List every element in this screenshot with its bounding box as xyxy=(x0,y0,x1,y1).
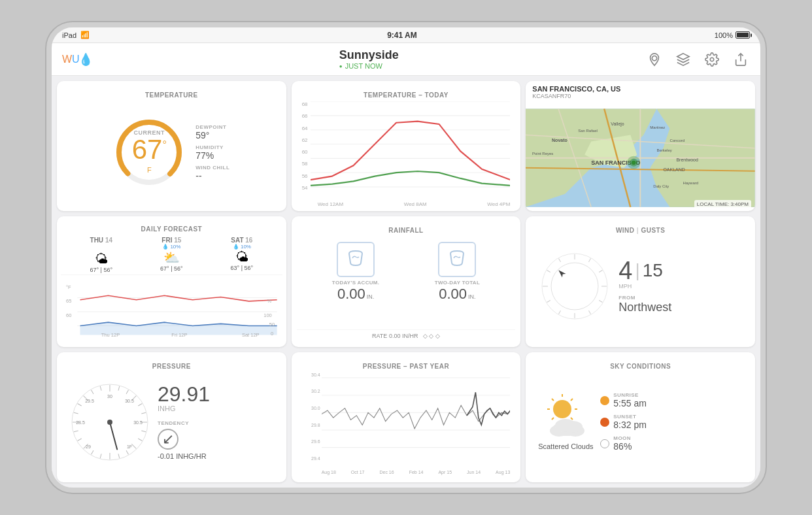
svg-line-72 xyxy=(141,412,146,414)
wind-gust: 15 xyxy=(643,261,663,280)
svg-line-86 xyxy=(74,412,78,414)
svg-text:100: 100 xyxy=(263,312,272,318)
svg-text:65: 65 xyxy=(66,298,71,304)
moon-row: MOON 86% xyxy=(600,435,647,452)
humidity-item: HUMIDITY 77% xyxy=(195,144,229,161)
svg-text:Novato: Novato xyxy=(552,138,567,142)
pressure-card: PRESSURE xyxy=(57,352,286,482)
chart-x-2: Wed 8AM xyxy=(404,201,427,207)
location-icon[interactable] xyxy=(645,50,664,69)
svg-point-118 xyxy=(564,421,583,433)
svg-line-68 xyxy=(118,386,120,391)
device-model: iPad xyxy=(62,31,76,39)
svg-line-59 xyxy=(559,311,561,314)
svg-line-69 xyxy=(126,390,129,393)
battery-icon xyxy=(736,31,750,39)
map-location: SAN FRANCISCO, CA, US xyxy=(532,85,749,93)
temperature-title: TEMPERATURE xyxy=(62,86,281,101)
svg-text:Thu 12P: Thu 12P xyxy=(101,332,120,338)
svg-point-51 xyxy=(542,254,607,319)
svg-text:30.5: 30.5 xyxy=(133,420,143,425)
chart-x-1: Wed 12AM xyxy=(318,201,343,207)
pchart-x-4: Feb 14 xyxy=(409,470,424,474)
wind-speed: 4 xyxy=(618,258,632,283)
svg-text:Fri 12P: Fri 12P xyxy=(171,332,187,338)
rainfall-today: TODAY'S ACCUM. 0.00 IN. xyxy=(332,242,379,303)
svg-line-112 xyxy=(552,418,554,420)
svg-point-0 xyxy=(652,56,656,60)
svg-line-110 xyxy=(552,399,554,401)
svg-line-81 xyxy=(92,450,94,454)
pressure-value: 29.91 xyxy=(158,384,210,405)
fri-icon: ⛅ xyxy=(160,250,183,265)
wind-values: 4 | 15 MPH FROM Northwest xyxy=(618,258,671,314)
settings-icon[interactable] xyxy=(703,50,721,69)
svg-line-57 xyxy=(589,311,591,314)
sky-title: SKY CONDITIONS xyxy=(531,357,750,373)
pchart-x-3: Dec 16 xyxy=(379,470,394,474)
tendency-icon: ↙ xyxy=(158,429,178,450)
status-bar: iPad 📶 9:41 AM 100% xyxy=(52,27,760,43)
pressure-chart-svg xyxy=(322,373,511,470)
map-card[interactable]: SAN FRANCISCO, CA, US KCASANFR70 xyxy=(526,81,755,211)
temperature-card: TEMPERATURE CURRENT 67 ° F xyxy=(57,81,286,211)
svg-text:Concord: Concord xyxy=(670,139,685,142)
svg-line-74 xyxy=(141,431,146,432)
thu-icon: 🌤 xyxy=(90,252,112,267)
wind-card: WIND | GUSTS xyxy=(526,216,755,346)
share-icon[interactable] xyxy=(732,50,750,69)
app-content: TEMPERATURE CURRENT 67 ° F xyxy=(52,76,760,488)
rainfall-twoday: TWO-DAY TOTAL 0.00 IN. xyxy=(435,242,480,303)
svg-line-87 xyxy=(78,403,82,406)
svg-line-62 xyxy=(547,271,550,273)
status-right: 100% xyxy=(715,31,750,39)
header-location: Sunnyside xyxy=(339,48,399,62)
svg-text:0: 0 xyxy=(271,331,273,337)
svg-text:°F: °F xyxy=(66,284,71,290)
wind-direction: Northwest xyxy=(618,301,671,314)
rainfall-card: RAINFALL TODAY'S ACCUM. 0.00 IN. xyxy=(292,216,521,346)
header-status: JUST NOW xyxy=(339,62,399,70)
svg-line-80 xyxy=(100,454,101,458)
svg-text:Daly City: Daly City xyxy=(654,184,669,188)
wu-w-letter: W xyxy=(62,54,72,65)
wind-chill-item: WIND CHILL -- xyxy=(195,165,229,181)
svg-line-78 xyxy=(118,454,120,458)
rain-bucket-icon-2 xyxy=(447,248,467,268)
forecast-sat: SAT 16 💧 10% 🌤 63° | 56° xyxy=(231,237,254,273)
svg-text:30.5: 30.5 xyxy=(125,399,134,403)
rainfall-rate: RATE 0.00 IN/HR ◇ ◇ ◇ xyxy=(297,329,516,342)
svg-line-76 xyxy=(131,444,136,448)
pchart-x-1: Aug 18 xyxy=(322,470,336,474)
scattered-clouds-icon xyxy=(539,393,592,439)
map-svg: Novato San Rafael Point Reyes Vallejo Ma… xyxy=(526,105,755,211)
pressure-gauge: 30 30.5 1F 29 28.5 29.5 30.5 xyxy=(67,380,152,465)
sunrise-label: SUNRISE xyxy=(613,392,647,398)
temp-chart-title: TEMPERATURE – TODAY xyxy=(297,86,516,101)
svg-text:30: 30 xyxy=(107,394,112,399)
dewpoint-item: DEWPOINT 59° xyxy=(195,124,229,141)
map-title-area: SAN FRANCISCO, CA, US KCASANFR70 xyxy=(526,81,755,103)
svg-text:Brentwood: Brentwood xyxy=(677,158,699,162)
layers-icon[interactable] xyxy=(674,50,692,69)
svg-text:OAKLAND: OAKLAND xyxy=(664,167,685,172)
today-unit: IN. xyxy=(367,293,375,300)
temperature-details: DEWPOINT 59° HUMIDITY 77% WIND CHILL -- xyxy=(195,124,229,181)
status-left: iPad 📶 xyxy=(62,31,90,39)
map-time: LOCAL TIME: 3:40PM xyxy=(694,200,751,208)
svg-point-36 xyxy=(632,161,636,165)
svg-line-84 xyxy=(74,431,78,432)
wu-logo: WU💧 xyxy=(62,52,93,67)
sky-icon-area: Scattered Clouds xyxy=(536,393,595,451)
today-accum-value: 0.00 xyxy=(337,286,365,303)
today-accum-label: TODAY'S ACCUM. xyxy=(332,280,379,286)
svg-point-105 xyxy=(553,400,571,418)
header-center: Sunnyside JUST NOW xyxy=(339,48,399,70)
svg-text:Sat 12P: Sat 12P xyxy=(242,332,260,338)
wind-title: WIND | GUSTS xyxy=(531,222,750,237)
temp-chart-svg xyxy=(311,101,511,201)
tendency-value: -0.01 INHG/HR xyxy=(158,452,210,460)
rainfall-title: RAINFALL xyxy=(297,222,516,237)
svg-line-54 xyxy=(600,271,603,273)
sat-icon: 🌤 xyxy=(231,250,254,265)
